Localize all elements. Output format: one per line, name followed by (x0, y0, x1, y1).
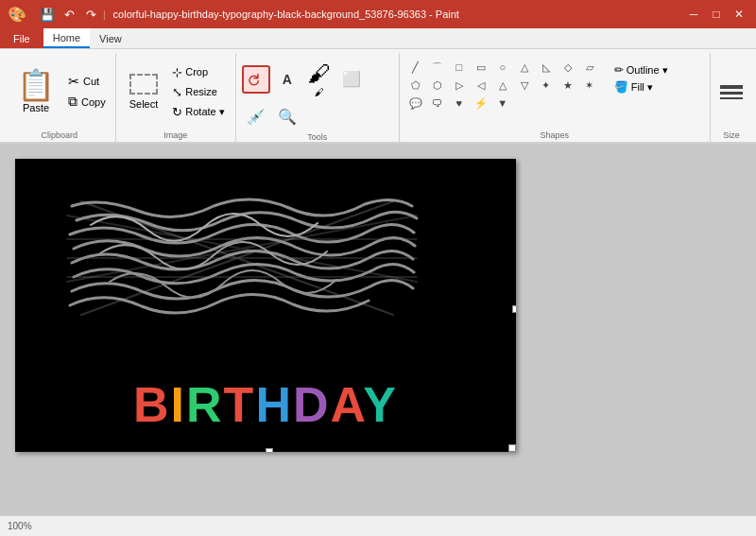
round-rect-shape[interactable]: ▭ (471, 59, 491, 76)
save-button[interactable]: 💾 (38, 5, 57, 24)
paste-button[interactable]: 📋 Paste (9, 66, 62, 117)
rect-shape[interactable]: □ (449, 59, 470, 76)
ellipse-shape[interactable]: ○ (492, 59, 513, 76)
canvas-resize-handle-se[interactable] (508, 444, 516, 452)
file-menu[interactable]: File (0, 28, 43, 48)
select-button[interactable]: Select (122, 70, 166, 113)
shapes-row-3: 💬 🗨 ♥ ⚡ ▼ (405, 95, 600, 112)
expand-shapes[interactable]: ▼ (492, 95, 513, 112)
maximize-button[interactable]: □ (707, 6, 726, 23)
menu-bar: File Home View (0, 28, 756, 49)
letter-y: Y (363, 377, 398, 432)
callout1-shape[interactable]: 💬 (405, 95, 426, 112)
fill-button[interactable]: 🪣 Fill ▾ (611, 79, 671, 95)
letter-i: I (171, 377, 186, 432)
shapes-content: ╱ ⌒ □ ▭ ○ △ ◺ ◇ ▱ ⬠ ⬡ ▷ ◁ △ ▽ ✦ (405, 55, 704, 129)
outline-icon: ✏ (614, 63, 624, 77)
resize-label: Resize (185, 86, 217, 97)
view-menu[interactable]: View (90, 28, 131, 48)
crop-button[interactable]: ⊹ Crop (167, 63, 229, 81)
select-icon (129, 74, 158, 95)
line-shape[interactable]: ╱ (405, 59, 426, 76)
title-bar: 🎨 💾 ↶ ↷ | colorful-happy-birthday-typogr… (0, 0, 756, 28)
image-group-label: Image (122, 129, 230, 142)
copy-icon: ⧉ (68, 94, 77, 110)
canvas-resize-handle-s[interactable] (266, 448, 273, 452)
arrow-down-shape[interactable]: ▽ (514, 77, 535, 94)
text-button[interactable]: A (273, 65, 301, 94)
outline-label: Outline ▾ (627, 64, 668, 77)
redo-button[interactable]: ↷ (81, 5, 100, 24)
undo-button[interactable]: ↶ (60, 5, 78, 24)
view-menu-label: View (99, 33, 122, 44)
letter-r: R (186, 377, 224, 432)
rotate-icon: ↻ (172, 105, 182, 119)
image-group: Select ⊹ Crop ⤡ Resize ↻ Rotate ▾ Image (116, 53, 236, 142)
resize-button[interactable]: ⤡ Resize (167, 83, 229, 101)
ribbon: 📋 Paste ✂ Cut ⧉ Copy Clipboard Select (0, 49, 756, 144)
color-picker-icon: 💉 (247, 108, 266, 126)
lightning-shape[interactable]: ⚡ (471, 95, 491, 112)
letter-d: D (293, 377, 331, 432)
letter-h: H (255, 377, 293, 432)
hamburger-line-2 (720, 92, 743, 95)
copy-label: Copy (81, 96, 106, 108)
close-button[interactable]: ✕ (730, 6, 748, 23)
letter-a: A (331, 377, 364, 432)
size-content (716, 55, 747, 129)
status-bar: 100% (0, 515, 756, 536)
tools-group: ⟳ A 🖌 🖌 ⬜ 💉 🔍 Tools (236, 53, 400, 142)
fill-rotate-button[interactable]: ⟳ (242, 65, 270, 94)
outline-button[interactable]: ✏ Outline ▾ (611, 62, 671, 78)
fill-rotate-icon: ⟳ (244, 66, 268, 91)
diamond-shape[interactable]: ◇ (558, 59, 578, 76)
curve-shape[interactable]: ⌒ (427, 59, 448, 76)
rotate-label: Rotate ▾ (185, 106, 224, 118)
eraser-button[interactable]: ⬜ (337, 65, 366, 94)
brushes-icon: 🖌 (308, 61, 331, 87)
canvas-resize-handle-e[interactable] (512, 305, 516, 313)
rotate-button[interactable]: ↻ Rotate ▾ (167, 103, 229, 121)
arrow-up-shape[interactable]: △ (492, 77, 513, 94)
triangle-shape[interactable]: △ (514, 59, 535, 76)
image-content: Select ⊹ Crop ⤡ Resize ↻ Rotate ▾ (122, 55, 230, 129)
color-picker-button[interactable]: 💉 (242, 102, 270, 130)
brushes-button[interactable]: 🖌 🖌 (304, 59, 335, 99)
hexagon-shape[interactable]: ⬡ (427, 77, 448, 94)
parallelogram-shape[interactable]: ▱ (579, 59, 600, 76)
shapes-row-2: ⬠ ⬡ ▷ ◁ △ ▽ ✦ ★ ✶ (405, 77, 600, 94)
home-menu[interactable]: Home (43, 28, 90, 48)
arrow-left-shape[interactable]: ◁ (471, 77, 491, 94)
cut-icon: ✂ (68, 74, 79, 89)
magnifier-button[interactable]: 🔍 (273, 102, 301, 130)
canvas-area: BIRTHDAY (0, 144, 756, 515)
right-tri-shape[interactable]: ◺ (536, 59, 557, 76)
shapes-grid-container: ╱ ⌒ □ ▭ ○ △ ◺ ◇ ▱ ⬠ ⬡ ▷ ◁ △ ▽ ✦ (405, 59, 600, 112)
text-icon: A (283, 72, 292, 87)
fill-icon: 🪣 (614, 80, 628, 94)
eraser-icon: ⬜ (342, 70, 361, 88)
cut-button[interactable]: ✂ Cut (64, 72, 110, 91)
crop-label: Crop (185, 66, 208, 78)
hamburger-line-1 (720, 85, 743, 89)
letter-b: B (133, 377, 171, 432)
image-tools: ⊹ Crop ⤡ Resize ↻ Rotate ▾ (167, 63, 229, 121)
paint-canvas[interactable]: BIRTHDAY (15, 159, 516, 452)
brushes-label: 🖌 (315, 87, 324, 97)
heart-shape[interactable]: ♥ (449, 95, 470, 112)
arrow-right-shape[interactable]: ▷ (449, 77, 470, 94)
star5-shape[interactable]: ★ (558, 77, 578, 94)
hamburger-line-3 (720, 97, 743, 99)
callout2-shape[interactable]: 🗨 (427, 95, 448, 112)
size-hamburger[interactable] (716, 81, 747, 103)
window-controls: ─ □ ✕ (684, 6, 748, 23)
minimize-button[interactable]: ─ (684, 6, 703, 23)
tools-content: ⟳ A 🖌 🖌 ⬜ 💉 🔍 (242, 55, 393, 130)
size-group-label: Size (716, 129, 747, 142)
star4-shape[interactable]: ✦ (536, 77, 557, 94)
copy-button[interactable]: ⧉ Copy (64, 92, 110, 112)
select-label: Select (129, 98, 159, 110)
star6-shape[interactable]: ✶ (579, 77, 600, 94)
window-title: colorful-happy-birthday-typography-black… (113, 9, 459, 20)
pentagon-shape[interactable]: ⬠ (405, 77, 426, 94)
